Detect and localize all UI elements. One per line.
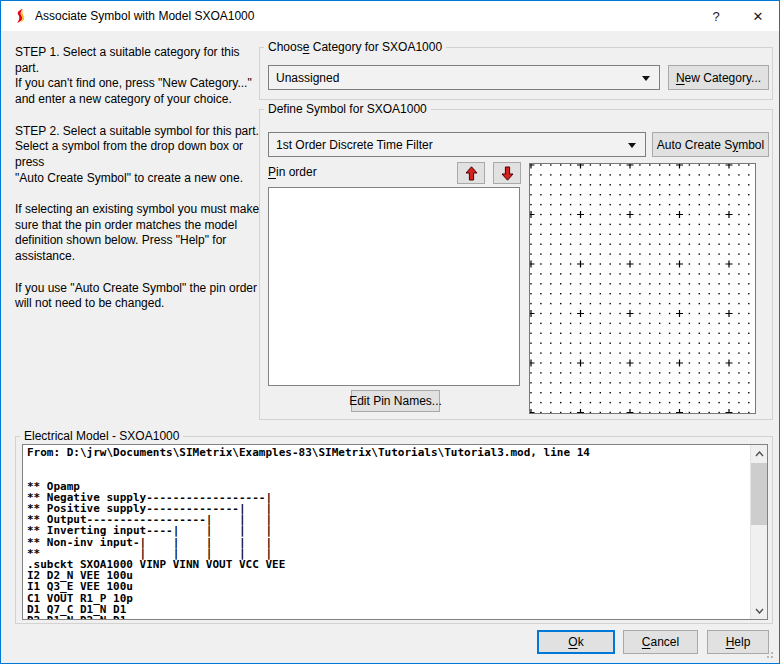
auto-create-note-paragraph: If you use "Auto Create Symbol" the pin …: [15, 281, 265, 312]
category-dropdown-value: Unassigned: [276, 71, 339, 85]
choose-category-group-label: Choose Category for SXOA1000: [264, 40, 446, 54]
step1-paragraph: STEP 1. Select a suitable category for t…: [15, 45, 265, 108]
up-arrow-icon: [465, 166, 478, 181]
symbol-dropdown[interactable]: 1st Order Discrete Time Filter: [268, 132, 646, 157]
chevron-down-icon: [642, 76, 650, 81]
move-pin-down-button[interactable]: [493, 162, 521, 184]
model-vertical-scrollbar[interactable]: [750, 445, 767, 619]
symbol-preview-panel: [529, 163, 756, 414]
symbol-dropdown-value: 1st Order Discrete Time Filter: [276, 138, 433, 152]
define-symbol-group-label: Define Symbol for SXOA1000: [264, 102, 431, 116]
chevron-down-icon: [628, 143, 636, 148]
scroll-up-icon: [755, 451, 764, 457]
pin-order-list[interactable]: [268, 187, 520, 386]
electrical-model-group-label: Electrical Model - SXOA1000: [20, 429, 183, 443]
question-icon: ?: [712, 9, 719, 24]
scrollbar-thumb[interactable]: [751, 463, 768, 525]
model-text-view[interactable]: From: D:\jrw\Documents\SIMetrix\Examples…: [22, 444, 768, 620]
cancel-button[interactable]: Cancel: [623, 630, 698, 654]
pin-order-label: Pin order: [268, 165, 317, 179]
close-icon: ✕: [753, 9, 764, 24]
titlebar-help-button[interactable]: ?: [698, 1, 734, 31]
scroll-down-icon: [755, 608, 764, 614]
ok-button[interactable]: Ok: [537, 630, 615, 654]
new-category-button[interactable]: New Category...: [668, 65, 769, 90]
close-button[interactable]: ✕: [736, 1, 780, 31]
model-text: From: D:\jrw\Documents\SIMetrix\Examples…: [27, 447, 590, 620]
pin-order-note-paragraph: If selecting an existing symbol you must…: [15, 202, 265, 265]
scroll-up-button[interactable]: [751, 445, 768, 462]
choose-category-group: Choose Category for SXOA1000 Unassigned …: [259, 47, 773, 100]
dot-grid: [530, 164, 755, 413]
define-symbol-group: Define Symbol for SXOA1000 1st Order Dis…: [259, 109, 773, 420]
resize-grip[interactable]: [764, 649, 774, 659]
help-button[interactable]: Help: [707, 630, 769, 654]
scroll-down-button[interactable]: [751, 602, 768, 619]
simetrix-logo-icon: [12, 8, 28, 24]
step2-paragraph: STEP 2. Select a suitable symbol for thi…: [15, 124, 265, 187]
edit-pin-names-button[interactable]: Edit Pin Names...: [351, 390, 440, 412]
instructions-text: STEP 1. Select a suitable category for t…: [15, 45, 265, 328]
down-arrow-icon: [501, 166, 514, 181]
electrical-model-group: Electrical Model - SXOA1000 From: D:\jrw…: [15, 436, 773, 624]
window-title: Associate Symbol with Model SXOA1000: [35, 9, 254, 23]
title-bar[interactable]: Associate Symbol with Model SXOA1000 ? ✕: [1, 1, 779, 31]
auto-create-symbol-button[interactable]: Auto Create Symbol: [652, 132, 769, 157]
category-dropdown[interactable]: Unassigned: [268, 65, 660, 90]
associate-symbol-dialog: Associate Symbol with Model SXOA1000 ? ✕…: [0, 0, 780, 664]
move-pin-up-button[interactable]: [457, 162, 485, 184]
